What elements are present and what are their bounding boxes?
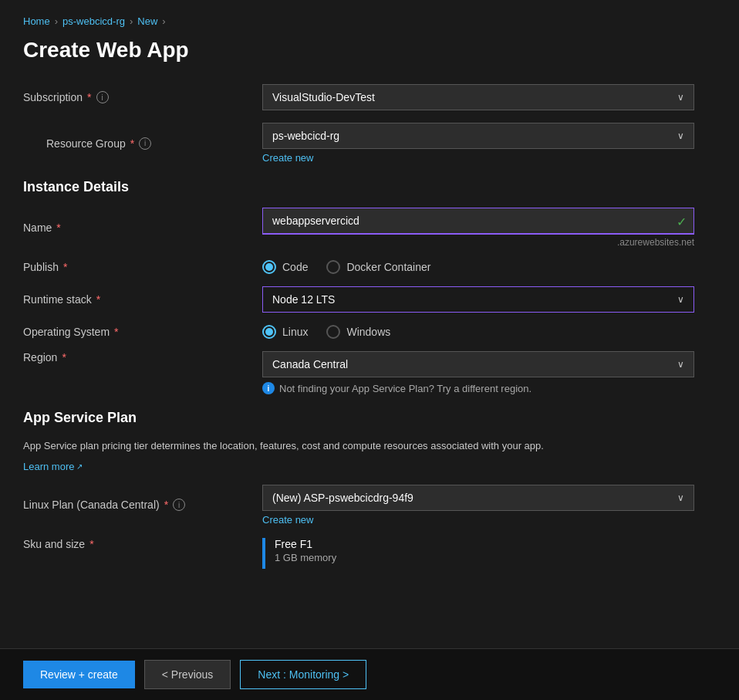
os-linux-radio[interactable]: [262, 325, 276, 339]
os-label: Operating System: [23, 326, 110, 338]
region-dropdown[interactable]: Canada Central ∨: [262, 351, 694, 377]
subscription-dropdown[interactable]: VisualStudio-DevTest ∨: [262, 84, 694, 110]
linux-plan-create-new[interactable]: Create new: [262, 514, 694, 526]
page-title: Create Web App: [23, 38, 716, 63]
publish-code-label: Code: [282, 261, 308, 273]
name-required: *: [56, 221, 60, 234]
app-service-plan-title: App Service Plan: [23, 410, 716, 426]
publish-docker-radio[interactable]: [326, 260, 340, 274]
learn-more-link[interactable]: Learn more ↗: [23, 461, 83, 472]
os-windows-radio[interactable]: [326, 325, 340, 339]
runtime-stack-label: Runtime stack: [23, 293, 92, 306]
os-windows-label: Windows: [346, 326, 390, 338]
region-dropdown-arrow: ∨: [677, 359, 684, 370]
linux-plan-dropdown[interactable]: (New) ASP-pswebcicdrg-94f9 ∨: [262, 485, 694, 511]
previous-button[interactable]: < Previous: [144, 660, 231, 689]
os-windows-option[interactable]: Windows: [326, 325, 390, 339]
linux-plan-required: *: [164, 499, 168, 511]
breadcrumb-home[interactable]: Home: [23, 15, 50, 27]
breadcrumb: Home › ps-webcicd-rg › New ›: [23, 15, 716, 27]
publish-code-radio[interactable]: [262, 260, 276, 274]
publish-required: *: [63, 261, 67, 273]
resource-group-info-icon[interactable]: i: [139, 137, 151, 150]
linux-plan-label: Linux Plan (Canada Central): [23, 499, 160, 511]
subscription-info-icon[interactable]: i: [96, 91, 109, 103]
action-bar: Review + create < Previous Next : Monito…: [0, 648, 739, 700]
os-linux-label: Linux: [282, 326, 308, 338]
sku-size-detail: 1 GB memory: [275, 552, 336, 563]
next-button[interactable]: Next : Monitoring >: [240, 660, 366, 689]
resource-group-required: *: [130, 137, 134, 150]
breadcrumb-rg[interactable]: ps-webcicd-rg: [62, 15, 125, 27]
resource-group-label: Resource Group: [46, 137, 126, 150]
subscription-label: Subscription: [23, 91, 83, 103]
publish-label: Publish: [23, 261, 59, 273]
instance-details-title: Instance Details: [23, 179, 716, 195]
name-check-icon: ✓: [677, 214, 687, 228]
sku-size-value: Free F1: [275, 538, 336, 550]
resource-group-create-new[interactable]: Create new: [262, 152, 694, 164]
runtime-stack-dropdown[interactable]: Node 12 LTS ∨: [262, 286, 694, 313]
subscription-dropdown-arrow: ∨: [677, 92, 684, 103]
resource-group-dropdown[interactable]: ps-webcicd-rg ∨: [262, 123, 694, 149]
publish-code-option[interactable]: Code: [262, 260, 308, 274]
breadcrumb-current: New: [137, 15, 157, 27]
name-input[interactable]: [262, 208, 694, 235]
publish-docker-label: Docker Container: [346, 261, 430, 273]
sku-size-required: *: [89, 538, 93, 550]
region-required: *: [62, 351, 66, 364]
domain-suffix: .azurewebsites.net: [262, 237, 694, 248]
sku-divider: [262, 538, 265, 569]
name-label: Name: [23, 221, 52, 234]
subscription-required: *: [87, 91, 91, 103]
sku-size-label: Sku and size: [23, 538, 85, 550]
linux-plan-dropdown-arrow: ∨: [677, 492, 684, 503]
os-radio-group: Linux Windows: [262, 325, 694, 339]
external-link-icon: ↗: [76, 462, 83, 471]
os-linux-option[interactable]: Linux: [262, 325, 308, 339]
runtime-stack-dropdown-arrow: ∨: [677, 294, 684, 305]
resource-group-dropdown-arrow: ∨: [677, 130, 684, 141]
region-info-text: Not finding your App Service Plan? Try a…: [279, 383, 531, 394]
region-label: Region: [23, 351, 57, 364]
runtime-stack-required: *: [96, 293, 100, 306]
region-info-icon: i: [262, 382, 275, 394]
linux-plan-info-icon[interactable]: i: [173, 499, 185, 511]
publish-radio-group: Code Docker Container: [262, 260, 694, 274]
review-create-button[interactable]: Review + create: [23, 661, 135, 688]
app-service-plan-description: App Service plan pricing tier determines…: [23, 438, 640, 454]
publish-docker-option[interactable]: Docker Container: [326, 260, 430, 274]
os-required: *: [114, 326, 118, 338]
